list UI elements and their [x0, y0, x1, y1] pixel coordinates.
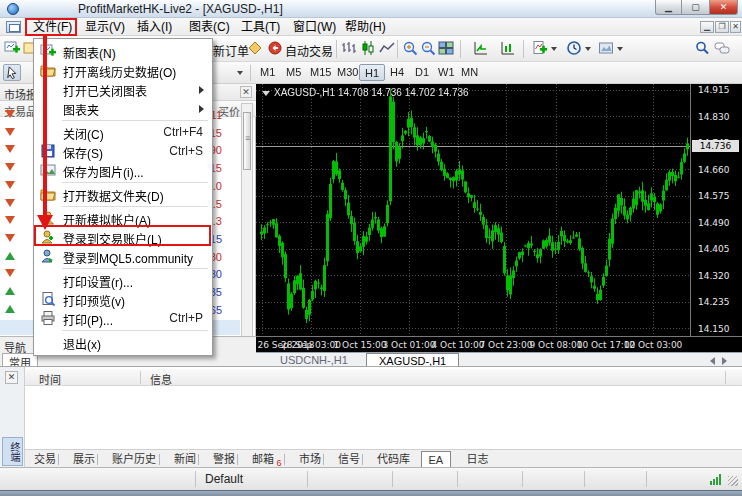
terminal-tab-8[interactable]: 代码库 [370, 451, 417, 468]
file-menu-item-11[interactable]: 打印设置(r)... [35, 271, 211, 290]
file-menu-item-8[interactable]: 开新模拟帐户(A) [35, 209, 211, 228]
chart-collapse-icon[interactable] [262, 91, 270, 96]
indicators-icon[interactable] [532, 40, 548, 56]
resize-grip[interactable] [728, 476, 738, 486]
new-order-button[interactable]: 新订单 [213, 42, 249, 59]
menu-separator [62, 268, 208, 269]
file-menu-item-13[interactable]: 打印(P)...Ctrl+P [35, 309, 211, 328]
terminal-close-icon[interactable]: ✕ [5, 371, 18, 384]
menu-insert[interactable]: 插入(I) [128, 19, 181, 35]
menu-item-label: 打印设置(r)... [63, 273, 133, 290]
tab-separator [159, 454, 160, 465]
file-menu-item-0[interactable]: 新图表(N) [35, 42, 211, 61]
menu-tools[interactable]: 工具(T) [232, 19, 289, 35]
menu-item-label: 开新模拟帐户(A) [63, 211, 151, 228]
price-tick-label: 14.320 [698, 271, 730, 281]
window-title: ProfitMarketHK-Live2 - [XAGUSD-,H1] [78, 2, 283, 16]
market-watch-close-icon[interactable]: ✕ [240, 86, 252, 98]
file-menu-item-12[interactable]: 打印预览(v) [35, 290, 211, 309]
search-icon[interactable] [694, 40, 710, 56]
maximize-button[interactable]: ▢ [682, 0, 709, 15]
file-menu-item-4[interactable]: 关闭(C)Ctrl+F4 [35, 123, 211, 142]
candlestick-mode-icon[interactable] [360, 40, 376, 56]
minimize-button[interactable]: ▁ [655, 0, 682, 15]
timeframe-m5[interactable]: M5 [281, 64, 306, 81]
tick-up-icon [5, 287, 15, 295]
file-menu-dropdown: 新图表(N)打开离线历史数据(O)打开已关闭图表图表夹关闭(C)Ctrl+F4保… [33, 38, 213, 356]
terminal-panel: ✕ 终端 时间 信息 交易展示账户历史新闻警报邮箱 6市场信号代码库EA日志 [0, 366, 742, 467]
arrows-dropdown-caret[interactable] [237, 71, 243, 75]
child-close-button[interactable]: ✕ [730, 21, 741, 33]
file-menu-item-2[interactable]: 打开已关闭图表 [35, 80, 211, 99]
time-tick-label: 9 Oct 08:00 [530, 340, 583, 350]
terminal-tab-5[interactable]: 邮箱 6 [245, 451, 289, 468]
chart-ohlc-header: XAGUSD-,H1 14.708 14.736 14.702 14.736 [262, 87, 469, 98]
new-chart-icon[interactable] [4, 40, 20, 56]
menu-item-label: 新图表(N) [63, 44, 116, 61]
close-button[interactable]: ✕ [709, 0, 738, 15]
zoom-in-icon[interactable] [402, 40, 418, 56]
autotrading-icon[interactable] [267, 40, 283, 56]
timeframe-mn[interactable]: MN [456, 64, 483, 81]
menu-file[interactable]: 文件(F) [24, 19, 81, 35]
menu-item-label: 打开数据文件夹(D) [63, 187, 164, 204]
file-menu-item-9[interactable]: 登录到交易账户(L) [35, 228, 211, 247]
title-bar: ProfitMarketHK-Live2 - [XAGUSD-,H1] [0, 0, 742, 18]
auto-arrange-icon[interactable] [473, 40, 489, 56]
menu-view[interactable]: 显示(V) [76, 19, 134, 35]
candlestick-chart[interactable] [256, 84, 690, 336]
zoom-out-icon[interactable] [420, 40, 436, 56]
time-tick-label: 12 Oct 03:00 [624, 340, 683, 350]
periods-dropdown-caret[interactable] [585, 47, 591, 51]
terminal-vertical-tab[interactable]: 终端 [2, 437, 23, 466]
terminal-tab-10[interactable]: 日志 [460, 451, 496, 468]
timeframe-d1[interactable]: D1 [410, 64, 434, 81]
periods-icon[interactable] [566, 40, 582, 56]
chart-panel[interactable]: XAGUSD-,H1 14.708 14.736 14.702 14.736 1… [256, 84, 742, 352]
chart-window-icon[interactable] [6, 21, 21, 33]
file-menu-item-6[interactable]: 保存为图片(i)... [35, 161, 211, 180]
file-menu-item-5[interactable]: 保存(S)Ctrl+S [35, 142, 211, 161]
child-restore-button[interactable]: ❐ [715, 21, 729, 33]
terminal-tab-2[interactable]: 账户历史 [105, 451, 163, 468]
profile-name[interactable]: Default [205, 472, 243, 486]
indicators-dropdown-caret[interactable] [551, 47, 557, 51]
menu-item-label: 关闭(C) [63, 125, 104, 142]
file-menu-item-14[interactable]: 退出(x) [35, 333, 211, 352]
menu-help[interactable]: 帮助(H) [336, 19, 395, 35]
bar-chart-mode-icon[interactable] [341, 40, 357, 56]
timeframe-h1[interactable]: H1 [359, 64, 385, 81]
metaeditor-icon[interactable] [247, 40, 263, 56]
file-menu-item-1[interactable]: 打开离线历史数据(O) [35, 61, 211, 80]
timeframe-m1[interactable]: M1 [255, 64, 280, 81]
tick-up-icon [5, 252, 15, 260]
chat-icon[interactable] [714, 40, 730, 56]
price-tick-label: 14.660 [698, 165, 730, 175]
tile-windows-icon[interactable] [438, 40, 454, 56]
track-chart-icon[interactable] [500, 40, 516, 56]
file-menu-item-3[interactable]: 图表夹 [35, 99, 211, 118]
templates-icon[interactable] [598, 40, 614, 56]
timeframe-h4[interactable]: H4 [385, 64, 409, 81]
file-menu-item-7[interactable]: 打开数据文件夹(D) [35, 185, 211, 204]
scrollbar-thumb[interactable] [243, 112, 251, 170]
time-axis[interactable]: 26 Sep 201828 Sep 03:001 Oct 15:003 Oct … [256, 336, 742, 352]
child-minimize-button[interactable]: ▁ [700, 21, 714, 33]
line-chart-mode-icon[interactable] [379, 40, 395, 56]
menu-charts[interactable]: 图表(C) [180, 19, 239, 35]
price-tick-label: 14.915 [698, 85, 730, 95]
file-menu-item-10[interactable]: 登录到MQL5.community [35, 247, 211, 266]
terminal-tab-9[interactable]: EA [421, 451, 452, 468]
templates-dropdown-caret[interactable] [617, 47, 623, 51]
menu-separator [62, 330, 208, 331]
tab-scroll-right-icon[interactable] [722, 357, 727, 365]
price-tick-label: 14.150 [698, 324, 730, 334]
price-tick-label: 14.235 [698, 297, 730, 307]
tick-down-icon [5, 128, 15, 136]
price-axis[interactable]: 14.91514.83014.74514.66014.57514.49014.4… [690, 84, 742, 336]
terminal-column-header: 时间 信息 [25, 369, 742, 386]
autotrading-button[interactable]: 自动交易 [285, 42, 333, 59]
tab-separator [198, 454, 199, 465]
tab-scroll-left-icon[interactable] [710, 357, 715, 365]
cursor-tool-icon[interactable] [3, 64, 21, 81]
